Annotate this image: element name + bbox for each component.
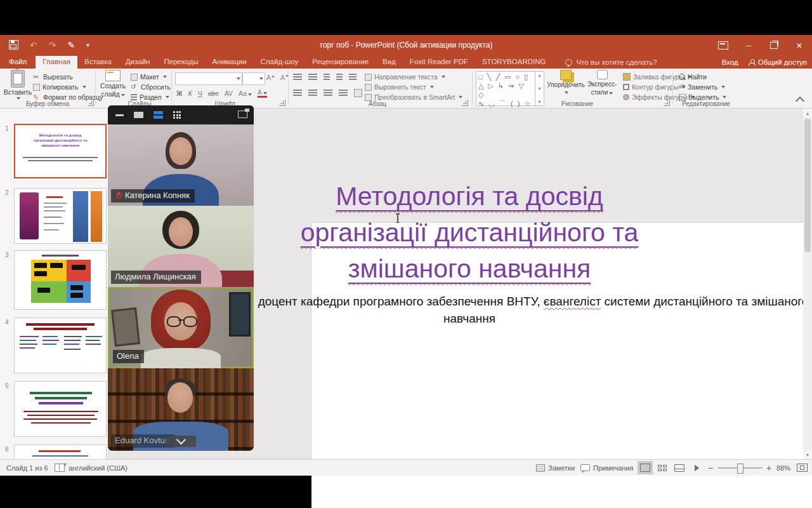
arrange-button[interactable]: Упорядочить bbox=[548, 70, 584, 95]
gallery-view-icon[interactable] bbox=[173, 111, 181, 119]
tab-design[interactable]: Дизайн bbox=[119, 56, 157, 69]
minimize-button[interactable]: ─ bbox=[736, 35, 761, 56]
tab-foxit[interactable]: Foxit Reader PDF bbox=[403, 56, 475, 69]
new-slide-button[interactable]: Создать слайд bbox=[99, 70, 127, 98]
sign-in-link[interactable]: Вход bbox=[722, 58, 738, 66]
tab-animations[interactable]: Анимации bbox=[205, 56, 253, 69]
grow-font-button[interactable]: А▲ bbox=[266, 74, 275, 81]
tab-insert[interactable]: Вставка bbox=[77, 56, 119, 69]
copy-button[interactable]: Копировать bbox=[33, 83, 86, 91]
tab-storyboarding[interactable]: STORYBOARDING bbox=[475, 56, 553, 69]
slide-thumbnail-5[interactable] bbox=[14, 381, 107, 437]
italic-button[interactable]: К bbox=[188, 90, 192, 97]
justify-icon[interactable] bbox=[339, 90, 348, 97]
filmstrip-view-icon[interactable] bbox=[154, 111, 163, 119]
change-case-button[interactable]: Аа bbox=[239, 90, 252, 97]
font-color-button[interactable]: А bbox=[258, 89, 267, 98]
tab-review[interactable]: Рецензирование bbox=[305, 56, 376, 69]
bullets-icon[interactable] bbox=[293, 74, 302, 81]
slide-thumbnail-3[interactable] bbox=[14, 250, 107, 310]
proofing-button[interactable]: ✗ bbox=[55, 460, 67, 476]
font-size-combo[interactable] bbox=[242, 72, 265, 85]
kerning-button[interactable]: AV bbox=[225, 90, 233, 97]
normal-view-button[interactable] bbox=[638, 461, 653, 474]
decrease-indent-icon[interactable] bbox=[324, 74, 330, 81]
shapes-gallery-scroll[interactable]: ▲ ▼ ▼ bbox=[535, 72, 544, 105]
font-dialog-launcher[interactable] bbox=[279, 100, 285, 106]
drawing-dialog-launcher[interactable] bbox=[664, 100, 670, 106]
shapes-row-1[interactable]: □ ╲ ╱ ▭ ○ ▯ bbox=[478, 72, 533, 81]
speaker-view-icon[interactable] bbox=[134, 112, 143, 118]
align-text-button[interactable]: Выровнять текст bbox=[365, 83, 434, 91]
tab-home[interactable]: Главная bbox=[36, 56, 77, 69]
text-direction-button[interactable]: Направление текста bbox=[365, 73, 445, 81]
comments-button[interactable]: Примечания bbox=[580, 460, 634, 476]
tab-transitions[interactable]: Переходы bbox=[157, 56, 205, 69]
tab-file[interactable]: Файл bbox=[0, 56, 36, 69]
close-button[interactable]: ✕ bbox=[787, 35, 812, 56]
zoom-slider-track[interactable] bbox=[718, 467, 763, 469]
quick-styles-button[interactable]: Экспресс- стили bbox=[586, 70, 618, 96]
replace-button[interactable]: abЗаменить bbox=[679, 83, 725, 91]
paste-button[interactable]: Вставить bbox=[5, 70, 30, 100]
paragraph-dialog-launcher[interactable] bbox=[462, 100, 468, 106]
collapse-videos-button[interactable] bbox=[166, 436, 196, 447]
reading-view-button[interactable] bbox=[672, 461, 687, 474]
underline-button[interactable]: Ч bbox=[198, 90, 202, 97]
scroll-down-button[interactable]: ▼ bbox=[803, 450, 812, 459]
shapes-row-2[interactable]: △ ▷ ↳ ⇒ ▽ ◇ bbox=[478, 81, 533, 99]
line-spacing-icon[interactable] bbox=[349, 74, 357, 81]
zoom-out-button[interactable]: − bbox=[708, 460, 713, 476]
tab-view[interactable]: Вид bbox=[376, 56, 403, 69]
slide-thumbnail-2[interactable] bbox=[14, 188, 107, 244]
slide-thumbnail-6[interactable] bbox=[14, 444, 107, 459]
shapes-gallery[interactable]: □ ╲ ╱ ▭ ○ ▯ △ ▷ ↳ ⇒ ▽ ◇ ∿ ◡ ⌒ ( ) ☆ ▲ ▼ … bbox=[476, 71, 544, 106]
align-right-icon[interactable] bbox=[324, 90, 332, 97]
reset-button[interactable]: ↺Сбросить bbox=[131, 83, 171, 91]
columns-icon[interactable] bbox=[354, 89, 362, 97]
slide-sorter-view-button[interactable] bbox=[655, 461, 670, 474]
scrollbar-thumb[interactable] bbox=[804, 119, 811, 252]
fit-to-window-button[interactable] bbox=[797, 460, 808, 476]
video-tile-participant-3-active[interactable]: Olena bbox=[108, 287, 254, 369]
shapes-row-3[interactable]: ∿ ◡ ⌒ ( ) ☆ bbox=[478, 99, 533, 108]
find-button[interactable]: Найти bbox=[679, 73, 707, 81]
minimize-videos-icon[interactable] bbox=[115, 114, 124, 116]
language-indicator[interactable]: английский (США) bbox=[69, 460, 128, 476]
cut-button[interactable]: ✂Вырезать bbox=[33, 73, 73, 81]
slide-counter[interactable]: Слайд 1 из 6 bbox=[6, 460, 48, 476]
zoom-in-button[interactable]: + bbox=[766, 460, 771, 476]
scroll-up-button[interactable]: ▲ bbox=[803, 109, 812, 117]
ribbon-display-options-button[interactable] bbox=[710, 35, 736, 56]
bold-button[interactable]: Ж bbox=[176, 90, 183, 97]
scroll-up-icon[interactable]: ▲ bbox=[537, 73, 542, 77]
restore-button[interactable] bbox=[761, 35, 787, 56]
notes-button[interactable]: Заметки bbox=[536, 460, 575, 476]
tab-slideshow[interactable]: Слайд-шоу bbox=[254, 56, 306, 69]
clipboard-dialog-launcher[interactable] bbox=[88, 100, 94, 106]
strikethrough-button[interactable]: abc bbox=[208, 90, 219, 97]
increase-indent-icon[interactable] bbox=[336, 74, 343, 81]
zoom-slider[interactable] bbox=[718, 460, 763, 476]
video-tile-participant-1[interactable]: Катерина Копняк bbox=[108, 124, 254, 206]
share-button[interactable]: Общий доступ bbox=[749, 58, 807, 66]
video-tile-participant-4[interactable]: Eduard Kovtun bbox=[108, 368, 254, 451]
zoom-slider-handle[interactable] bbox=[737, 464, 743, 474]
font-name-combo[interactable] bbox=[175, 72, 242, 85]
align-left-icon[interactable] bbox=[293, 90, 302, 97]
gallery-more-icon[interactable]: ▼ bbox=[537, 100, 542, 104]
slideshow-view-button[interactable] bbox=[689, 461, 704, 474]
numbering-icon[interactable] bbox=[308, 74, 317, 81]
scroll-down-icon[interactable]: ▼ bbox=[537, 86, 542, 91]
collapse-ribbon-icon[interactable] bbox=[796, 97, 804, 105]
shape-outline-button[interactable]: Контур фигуры bbox=[623, 83, 686, 91]
tell-me-box[interactable]: Что вы хотите сделать? bbox=[561, 56, 660, 69]
align-center-icon[interactable] bbox=[308, 90, 317, 97]
slide-thumbnail-4[interactable] bbox=[14, 318, 107, 373]
video-tile-participant-2[interactable]: Людмила Лищинская bbox=[108, 206, 254, 288]
vertical-scrollbar[interactable]: ▲ ▼ bbox=[803, 109, 812, 459]
zoom-level[interactable]: 88% bbox=[776, 460, 790, 476]
layout-button[interactable]: Макет bbox=[131, 73, 167, 81]
slide-thumbnail-1[interactable]: Методологія та досвід організації дистан… bbox=[14, 124, 107, 178]
popout-icon[interactable] bbox=[238, 110, 247, 118]
